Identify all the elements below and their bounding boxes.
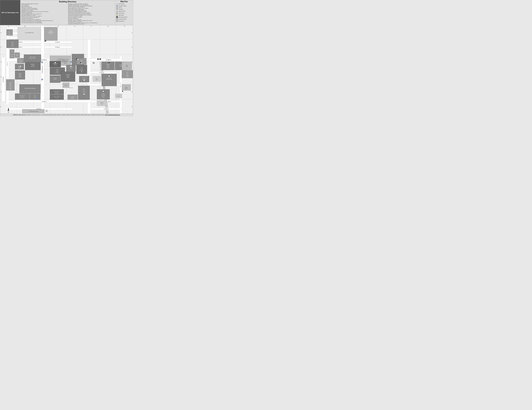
key-valet-parking: 🔑 Valet Parking: [116, 14, 132, 16]
svg-text:W 168th St.: W 168th St.: [42, 59, 47, 61]
map-svg: A B C D E F G H 1 2 3 4 5 6 1 2 3 4 5 6 …: [0, 25, 133, 114]
svg-rect-159: [76, 65, 87, 74]
svg-text:Mitchel: Mitchel: [96, 78, 98, 79]
key-bus-stop: 🚌 MTA Bus Stop: [116, 20, 132, 22]
svg-rect-224: [93, 76, 101, 82]
svg-text:i: i: [84, 94, 84, 95]
svg-text:Washington: Washington: [48, 32, 53, 33]
key-curb-cut: Curb Cut: [116, 7, 132, 8]
footer-url[interactable]: cuimc.columbia.edu/campus-map: [105, 114, 120, 115]
svg-text:A: A: [98, 59, 98, 60]
svg-text:5: 5: [132, 91, 133, 92]
svg-text:Health: Health: [80, 63, 83, 64]
address-label: 390 Fort Washington Ave.: [1, 12, 19, 13]
svg-text:Edward S. Harkness: Edward S. Harkness: [54, 96, 60, 97]
svg-text:Practitioner: Practitioner: [126, 75, 129, 76]
directory-columns: B-3 Allan Rosenfield Building 722 W. 168…: [21, 3, 114, 25]
svg-rect-149: [61, 72, 75, 82]
wheelchair-circle-icon: ♿: [116, 5, 118, 7]
svg-text:Milstein Hospital Building: Milstein Hospital Building: [25, 88, 36, 89]
svg-text:G: G: [107, 26, 108, 27]
svg-text:Diana: Diana: [12, 43, 13, 44]
svg-text:Riverside Drive: Riverside Drive: [3, 77, 4, 82]
svg-text:Institute: Institute: [9, 89, 11, 90]
svg-text:Emergency: Emergency: [80, 70, 84, 71]
svg-text:Children's: Children's: [83, 77, 86, 78]
svg-rect-78: [18, 27, 41, 40]
svg-text:Center: Center: [102, 97, 104, 98]
svg-text:4: 4: [1, 76, 1, 77]
map-key-title: Map Key: [116, 0, 132, 2]
svg-text:Building: Building: [54, 64, 57, 65]
svg-text:Biomedical: Biomedical: [101, 94, 105, 95]
svg-text:Lasker: Lasker: [102, 93, 104, 94]
svg-text:Russ Berrie: Russ Berrie: [106, 64, 110, 65]
svg-text:of Public: of Public: [19, 76, 21, 76]
svg-text:W 170th St.: W 170th St.: [55, 42, 60, 43]
svg-text:Shabazz: Shabazz: [100, 102, 104, 103]
svg-text:5: 5: [1, 91, 1, 92]
svg-text:A: A: [76, 59, 77, 60]
key-emergency: ✚ Emergency: [116, 8, 132, 10]
svg-text:Eye Institute: Eye Institute: [55, 97, 59, 98]
svg-text:W 167th St.: W 167th St.: [100, 72, 104, 73]
key-accessible-entrance: ♿ Accessible Entrance: [116, 5, 132, 7]
svg-rect-111: [25, 62, 41, 70]
directory-title: Building Directory: [21, 0, 114, 3]
svg-text:Hall: Hall: [17, 56, 18, 56]
svg-text:NYC: NYC: [81, 60, 82, 61]
svg-text:Presbyterian Hospital: Presbyterian Hospital: [62, 59, 69, 60]
cross-icon: ✚: [116, 8, 118, 10]
elevator-icon: ⬆: [116, 18, 118, 20]
svg-text:2: 2: [1, 47, 1, 48]
svg-text:Edge: Edge: [126, 65, 128, 66]
svg-text:and Surgeons: and Surgeons: [55, 73, 59, 73]
svg-text:Harkness: Harkness: [53, 78, 57, 78]
svg-text:Presbyterian: Presbyterian: [66, 74, 70, 75]
map-key-box: Map Key ▲ Visitor Entrance ♿ Accessible …: [115, 0, 133, 25]
svg-text:Dept.: Dept.: [81, 61, 82, 62]
svg-text:Research: Research: [19, 62, 22, 62]
key-information-desk: i Information Desk: [116, 10, 132, 12]
svg-text:Building: Building: [18, 68, 21, 69]
svg-text:1: 1: [100, 59, 101, 60]
svg-text:Pavilion: Pavilion: [107, 67, 109, 68]
key-accessible-elevator: ⬆ Accessible Elevator: [116, 18, 132, 20]
svg-text:Pavilion: Pavilion: [54, 79, 57, 80]
svg-text:Group: Group: [126, 76, 128, 77]
directory-box: Building Directory B-3 Allan Rosenfield …: [20, 0, 115, 25]
svg-text:1: 1: [132, 32, 133, 33]
svg-text:Science: Science: [107, 66, 109, 67]
svg-text:Hotel: Hotel: [126, 66, 128, 67]
svg-text:Vanderbilt Clinic: Vanderbilt Clinic: [63, 62, 68, 63]
svg-text:Service: Service: [71, 96, 74, 97]
bus-icon: 🚌: [116, 20, 118, 22]
svg-text:Eye Institute: Eye Institute: [55, 92, 59, 93]
svg-text:Primary: Primary: [126, 72, 128, 73]
svg-text:Neurological: Neurological: [31, 64, 35, 65]
svg-text:21: 21: [126, 86, 127, 87]
svg-text:H: H: [124, 26, 125, 27]
svg-text:Square: Square: [96, 79, 98, 80]
svg-rect-218: [122, 62, 132, 70]
svg-text:Mailman: Mailman: [19, 73, 21, 74]
svg-text:i: i: [20, 66, 21, 67]
svg-text:Building: Building: [9, 84, 11, 85]
svg-text:i: i: [103, 91, 103, 92]
svg-text:Education: Education: [11, 45, 14, 46]
svg-text:W 168th St.: W 168th St.: [106, 59, 111, 61]
svg-text:Health: Health: [19, 77, 21, 78]
parking-circle-icon: P: [116, 12, 118, 14]
svg-text:Fort Washington Garage: Fort Washington Garage: [28, 111, 38, 112]
svg-text:College of: College of: [56, 70, 59, 71]
svg-text:The Garden: The Garden: [69, 87, 73, 88]
svg-text:P: P: [46, 111, 47, 112]
svg-text:Ave.: Ave.: [9, 33, 10, 34]
address-box: 390 Fort Washington Ave.: [0, 0, 20, 25]
svg-text:B: B: [25, 26, 25, 27]
svg-text:Heart Center: Heart Center: [20, 97, 24, 98]
svg-text:Herbert: Herbert: [9, 82, 11, 83]
svg-text:Milstein Family: Milstein Family: [20, 96, 25, 97]
svg-text:Haven: Haven: [9, 32, 10, 33]
top-bar: 390 Fort Washington Ave. Building Direct…: [0, 0, 133, 25]
